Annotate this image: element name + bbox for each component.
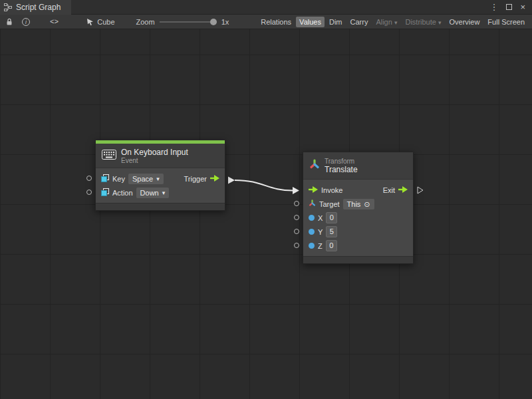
graph-target[interactable]: Cube [86,18,114,26]
target-input-port[interactable] [294,201,299,206]
script-graph-icon [4,3,12,11]
action-input-port[interactable] [86,190,92,195]
action-value: Down [140,188,159,198]
graph-canvas[interactable]: On Keyboard Input Event Key Space ▾ [0,29,532,399]
value-input-icon [101,188,109,198]
titlebar: Script Graph ⋮ × [0,0,532,15]
transform-mini-icon [309,200,316,208]
align-label: Align [376,18,392,26]
node-footer [96,203,225,210]
zoom-slider[interactable] [160,18,217,26]
carry-button[interactable]: Carry [347,17,372,27]
action-label: Action [112,189,133,197]
zoom-control: Zoom 1x [136,18,229,26]
align-button[interactable]: Align ▾ [372,17,400,27]
node-on-keyboard-input[interactable]: On Keyboard Input Event Key Space ▾ [95,140,225,211]
zoom-value: 1x [221,18,229,26]
invoke-label: Invoke [321,186,342,194]
caret-down-icon: ▾ [162,188,166,198]
caret-down-icon: ▾ [156,174,160,184]
z-row: Z 0 [303,239,413,253]
target-object-picker[interactable]: This ⊙ [343,199,374,209]
tab-label: Script Graph [16,3,61,12]
key-value: Space [132,174,153,184]
toolbar-buttons: Relations Values Dim Carry Align ▾ Distr… [257,17,529,27]
x-row: X 0 [303,211,413,225]
node-title: On Keyboard Input [121,148,188,157]
key-row: Key Space ▾ Trigger [96,172,225,186]
target-value: This [347,200,361,209]
exit-unconnected-arrow-icon[interactable] [417,186,424,196]
overview-button[interactable]: Overview [446,17,483,27]
y-label: Y [318,228,323,236]
zoom-slider-track [160,21,217,23]
node-category: Transform [325,158,358,165]
menu-icon[interactable]: ⋮ [489,3,498,11]
toolbar: i <> Cube Zoom 1x Relations Values Dim C… [0,15,532,29]
zoom-slider-knob[interactable] [210,19,217,25]
invoke-row: Invoke Exit [303,183,413,197]
y-input-port[interactable] [294,229,299,234]
node-header[interactable]: Transform Translate [303,152,413,180]
y-row: Y 5 [303,225,413,239]
caret-down-icon: ▾ [438,19,442,26]
connection-wire [0,29,532,399]
cursor-icon [86,18,94,26]
y-value-field[interactable]: 5 [326,226,337,237]
node-title: Translate [325,165,358,174]
key-input-port[interactable] [86,176,92,181]
target-row: Target This ⊙ [303,197,413,211]
value-input-icon [101,174,109,184]
tab-script-graph[interactable]: Script Graph [0,0,71,15]
x-value-field[interactable]: 0 [326,212,337,223]
z-input-port[interactable] [294,243,299,248]
action-row: Action Down ▾ [96,186,225,200]
code-icon[interactable]: <> [50,18,59,26]
node-body: Key Space ▾ Trigger [96,168,225,203]
z-label: Z [318,242,323,250]
caret-down-icon: ▾ [394,19,398,26]
key-dropdown[interactable]: Space ▾ [128,174,164,184]
values-button[interactable]: Values [296,17,325,27]
node-body: Invoke Exit Tar [303,180,413,256]
node-translate[interactable]: Transform Translate Invoke Exit [303,152,414,264]
maximize-icon[interactable] [506,4,512,10]
key-label: Key [112,175,125,183]
float-port-icon [309,243,315,249]
x-label: X [318,214,323,222]
target-label: Target [319,200,340,208]
dim-button[interactable]: Dim [326,17,346,27]
trigger-flow-port[interactable] [210,175,219,183]
window-controls: ⋮ × [489,2,532,12]
keyboard-icon [102,150,116,162]
zoom-label: Zoom [136,18,155,26]
distribute-button[interactable]: Distribute ▾ [402,17,444,27]
distribute-label: Distribute [405,18,436,26]
node-subtitle: Event [121,157,188,164]
relations-button[interactable]: Relations [257,17,295,27]
x-input-port[interactable] [294,215,299,220]
close-icon[interactable]: × [520,2,525,12]
z-value-field[interactable]: 0 [326,240,337,251]
exit-flow-port[interactable] [398,186,408,194]
exit-label: Exit [383,186,395,194]
node-footer [303,256,413,263]
action-dropdown[interactable]: Down ▾ [136,188,170,198]
float-port-icon [309,215,315,221]
lock-icon[interactable] [6,18,13,26]
fullscreen-button[interactable]: Full Screen [484,17,528,27]
scope-icon: ⊙ [364,200,370,209]
float-port-icon [309,229,315,235]
trigger-label: Trigger [184,175,207,183]
invoke-flow-port[interactable] [309,186,318,194]
node-header[interactable]: On Keyboard Input Event [96,144,225,168]
info-icon[interactable]: i [22,18,30,26]
target-name-label: Cube [97,18,114,26]
transform-icon [309,159,320,172]
